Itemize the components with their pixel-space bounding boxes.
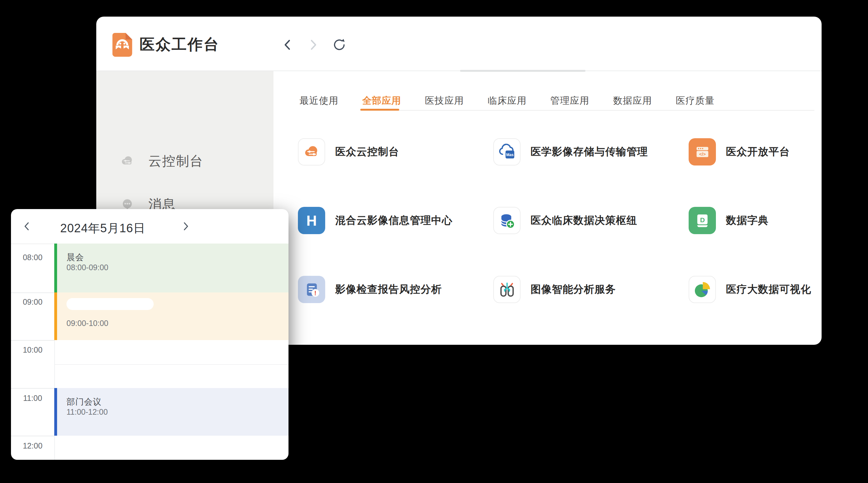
app-label: 医众临床数据决策枢纽 [531,214,637,228]
app-data-dictionary[interactable]: D 数据字典 [689,207,769,234]
tabs-divider [360,110,814,110]
app-label: 图像智能分析服务 [531,282,616,296]
app-label: 医疗大数据可视化 [726,282,811,296]
nav-forward-button[interactable] [306,38,320,52]
app-hybrid-cloud-center[interactable]: H 混合云影像信息管理中心 [298,207,453,234]
svg-text:Mas: Mas [506,153,514,157]
hour-label: 08:00 [11,253,54,262]
tab-quality[interactable]: 医疗质量 [676,92,715,109]
event-title: 部门会议 [66,396,102,408]
refresh-icon [332,38,346,52]
app-category-tabs: 最近使用 全部应用 医技应用 临床应用 管理应用 数据应用 医疗质量 [300,92,715,109]
svg-text:</>: </> [699,151,706,156]
hour-gridline [11,388,54,389]
svg-text:!: ! [314,289,316,296]
app-logo-owl-document-icon [112,33,132,57]
calendar-popup: 2024年5月16日 08:00 09:00 10:00 11:00 12:00… [11,209,288,460]
chevron-left-icon [21,221,33,232]
hour-gridline [11,340,54,341]
tab-medtech-apps[interactable]: 医技应用 [425,92,464,109]
chevron-right-icon [306,38,320,52]
app-big-data-visualization[interactable]: 医疗大数据可视化 [689,276,811,303]
tab-clinical-apps[interactable]: 临床应用 [488,92,527,109]
event-title: 晨会 [66,252,84,263]
tab-data-apps[interactable]: 数据应用 [613,92,652,109]
app-label: 医众开放平台 [726,145,790,159]
hour-label: 12:00 [11,441,54,450]
app-label: 影像检查报告风控分析 [335,282,442,296]
app-label: 医众云控制台 [335,145,399,159]
app-clinical-data-hub[interactable]: 医众临床数据决策枢纽 [493,207,637,234]
imaging-storage-icon: Mas [493,138,521,165]
app-open-platform[interactable]: </> 医众开放平台 [689,138,790,165]
hour-gridline [11,292,54,293]
sidebar-item-label: 云控制台 [148,152,204,170]
hybrid-cloud-icon: H [298,207,325,234]
calendar-next-day-button[interactable] [179,220,192,233]
nav-refresh-button[interactable] [332,38,346,52]
pie-chart-icon [689,276,716,303]
app-cloud-console[interactable]: 医众云控制台 [298,138,399,165]
half-hour-gridline [55,364,288,365]
hour-label: 11:00 [11,394,54,403]
event-time: 11:00-12:00 [66,408,108,417]
window-title: 医众工作台 [140,35,219,54]
event-department-meeting[interactable]: 部门会议 11:00-12:00 [54,388,288,436]
tab-all-apps[interactable]: 全部应用 [362,92,401,109]
cloud-console-icon [298,138,325,165]
sidebar-item-cloud-console[interactable]: 云控制台 [96,151,274,171]
calendar-date-title: 2024年5月16日 [48,220,158,236]
app-image-ai-analysis[interactable]: 图像智能分析服务 [493,276,616,303]
app-label: 医学影像存储与传输管理 [531,145,648,159]
event-untitled[interactable]: 09:00-10:00 [54,292,288,340]
app-imaging-storage[interactable]: Mas 医学影像存储与传输管理 [493,138,648,165]
hour-label: 10:00 [11,345,54,354]
hour-label: 09:00 [11,297,54,307]
chevron-right-icon [180,221,191,232]
page-background: 医众工作台 [0,0,868,483]
cloud-settings-icon [120,154,134,168]
event-title-placeholder [66,298,154,310]
app-label: 数据字典 [726,214,769,228]
open-platform-icon: </> [689,138,716,165]
event-morning-meeting[interactable]: 晨会 08:00-09:00 [54,244,288,292]
report-risk-icon: ! [298,276,325,303]
tab-recent[interactable]: 最近使用 [300,92,338,109]
scrollbar-thumb[interactable] [460,70,585,72]
app-label: 混合云影像信息管理中心 [335,214,453,228]
event-time: 09:00-10:00 [66,319,108,328]
tab-management-apps[interactable]: 管理应用 [550,92,589,109]
active-tab-underline [360,109,399,110]
chevron-left-icon [281,38,295,52]
event-time: 08:00-09:00 [66,263,108,272]
nav-back-button[interactable] [281,38,295,52]
svg-text:D: D [700,216,705,223]
app-report-risk-analysis[interactable]: ! 影像检查报告风控分析 [298,276,442,303]
hour-gridline [11,436,54,436]
clinical-data-hub-icon [493,207,521,234]
calendar-prev-day-button[interactable] [20,220,34,233]
lungs-ai-icon [493,276,521,303]
data-dictionary-icon: D [689,207,716,234]
